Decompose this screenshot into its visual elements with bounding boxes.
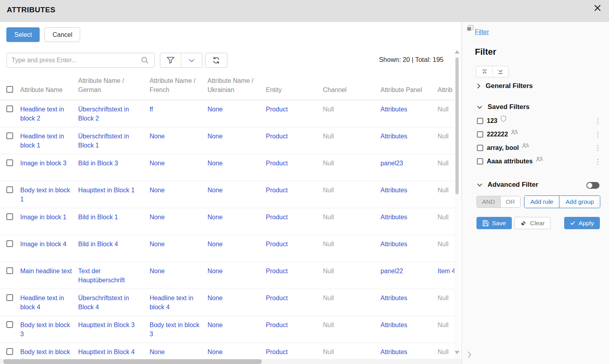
cell-name-ukrainian[interactable]: None bbox=[207, 214, 223, 220]
cell-entity[interactable]: Product bbox=[266, 214, 288, 220]
row-checkbox[interactable] bbox=[6, 186, 13, 193]
select-button[interactable]: Select bbox=[6, 27, 40, 42]
cell-name-german[interactable]: Überschriftstext in Block 2 bbox=[78, 106, 129, 122]
add-rule-button[interactable]: Add rule bbox=[524, 196, 559, 208]
cell-name-german[interactable]: Bild in Block 3 bbox=[78, 160, 118, 167]
column-header-attribute-name-french[interactable]: Attribute Name / French bbox=[150, 75, 207, 100]
cell-name-german[interactable]: Text der Hauptüberschrift bbox=[78, 268, 125, 284]
clear-button[interactable]: Clear bbox=[514, 217, 551, 229]
cell-attribute-panel[interactable]: Attributes bbox=[380, 295, 407, 301]
scroll-up-arrow-icon[interactable] bbox=[455, 50, 459, 54]
cell-name-french[interactable]: Body text in block 3 bbox=[150, 322, 199, 337]
expand-all-icon[interactable] bbox=[492, 66, 508, 77]
search-input[interactable] bbox=[7, 57, 135, 64]
saved-filters-section[interactable]: Saved Filters bbox=[477, 103, 530, 111]
cell-entity[interactable]: Product bbox=[266, 322, 288, 328]
cell-name-ukrainian[interactable]: None bbox=[207, 160, 223, 167]
column-header-attribute-panel[interactable]: Attribute Panel bbox=[380, 75, 438, 100]
or-button[interactable]: OR bbox=[500, 196, 520, 207]
cancel-button[interactable]: Cancel bbox=[44, 27, 80, 42]
refresh-icon[interactable] bbox=[205, 53, 227, 68]
row-checkbox[interactable] bbox=[6, 159, 13, 166]
cell-name-german[interactable]: Haupttext in Block 1 bbox=[78, 187, 134, 193]
cell-attribute-panel[interactable]: Attributes bbox=[380, 106, 407, 113]
cell-name-ukrainian[interactable]: None bbox=[207, 349, 223, 355]
cell-attribute-panel[interactable]: Attributes bbox=[380, 214, 407, 220]
cell-name-ukrainian[interactable]: None bbox=[207, 241, 223, 247]
cell-entity[interactable]: Product bbox=[266, 295, 288, 301]
cell-entity[interactable]: Product bbox=[266, 160, 288, 167]
saved-filter-checkbox[interactable] bbox=[477, 158, 483, 165]
row-checkbox[interactable] bbox=[6, 105, 13, 112]
funnel-icon[interactable] bbox=[160, 53, 181, 67]
cell-attribute-name[interactable]: Image in block 1 bbox=[20, 214, 67, 220]
cell-name-ukrainian[interactable]: None bbox=[207, 133, 223, 140]
cell-attribute-panel[interactable]: Attributes bbox=[380, 187, 407, 193]
chevron-down-icon[interactable] bbox=[181, 53, 202, 67]
cell-attribute-panel[interactable]: panel22 bbox=[380, 268, 403, 274]
cell-attribute-name[interactable]: Body text in block 4 bbox=[20, 349, 70, 359]
vertical-scrollbar-thumb[interactable] bbox=[455, 57, 459, 194]
advanced-filter-toggle[interactable] bbox=[586, 182, 599, 189]
collapse-all-icon[interactable] bbox=[476, 66, 492, 77]
close-icon[interactable] bbox=[591, 2, 604, 15]
column-header-entity[interactable]: Entity bbox=[266, 75, 323, 100]
search-icon[interactable] bbox=[135, 53, 154, 67]
cell-name-ukrainian[interactable]: None bbox=[207, 268, 223, 274]
cell-entity[interactable]: Product bbox=[266, 133, 288, 140]
cell-name-french[interactable]: None bbox=[150, 187, 165, 193]
apply-button[interactable]: Apply bbox=[564, 217, 600, 229]
row-checkbox[interactable] bbox=[6, 213, 13, 220]
cell-name-german[interactable]: Überschriftstext in Block 4 bbox=[78, 295, 129, 310]
row-checkbox[interactable] bbox=[6, 321, 13, 328]
select-all-checkbox[interactable] bbox=[6, 86, 13, 93]
cell-name-german[interactable]: Überschriftstext in Block 1 bbox=[78, 133, 129, 149]
save-button[interactable]: Save bbox=[476, 217, 512, 229]
kebab-menu-icon[interactable]: ⋮ bbox=[592, 157, 603, 166]
cell-attribute-name[interactable]: Main headline text bbox=[20, 268, 72, 274]
cell-name-french[interactable]: ff bbox=[150, 106, 153, 113]
cell-entity[interactable]: Product bbox=[266, 241, 288, 247]
cell-attribute-panel[interactable]: Attributes bbox=[380, 349, 407, 355]
column-header-attrib[interactable]: Attrib bbox=[438, 75, 454, 100]
scroll-down-arrow-icon[interactable] bbox=[455, 351, 459, 354]
kebab-menu-icon[interactable]: ⋮ bbox=[592, 130, 603, 139]
add-group-button[interactable]: Add group bbox=[559, 196, 600, 208]
cell-name-german[interactable]: Bild in Block 1 bbox=[78, 214, 118, 220]
cell-name-french[interactable]: None bbox=[150, 133, 165, 140]
cell-name-ukrainian[interactable]: None bbox=[207, 187, 223, 193]
saved-filter-checkbox[interactable] bbox=[477, 145, 483, 151]
cell-name-french[interactable]: Headline text in block 4 bbox=[150, 295, 193, 310]
column-header-attribute-name-german[interactable]: Attribute Name / German bbox=[78, 75, 150, 100]
horizontal-scrollbar[interactable] bbox=[0, 359, 461, 364]
cell-name-french[interactable]: None bbox=[150, 268, 165, 274]
cell-name-ukrainian[interactable]: None bbox=[207, 322, 223, 328]
kebab-menu-icon[interactable]: ⋮ bbox=[592, 117, 603, 125]
cell-entity[interactable]: Product bbox=[266, 349, 288, 355]
cell-attribute-name[interactable]: Image in block 3 bbox=[20, 160, 67, 167]
and-button[interactable]: AND bbox=[477, 196, 500, 207]
cell-name-french[interactable]: None bbox=[150, 241, 165, 247]
column-header-channel[interactable]: Channel bbox=[323, 75, 380, 100]
cell-name-german[interactable]: Haupttext in Block 4 bbox=[78, 349, 134, 355]
vertical-scrollbar[interactable] bbox=[454, 50, 460, 359]
cell-name-german[interactable]: Haupttext in Block 3 bbox=[78, 322, 134, 328]
general-filters-section[interactable]: General Filters bbox=[477, 82, 533, 90]
cell-name-french[interactable]: None bbox=[150, 214, 165, 220]
cell-attribute-name[interactable]: Headline text in block 2 bbox=[20, 106, 64, 122]
row-checkbox[interactable] bbox=[6, 294, 13, 301]
filter-panel-link[interactable]: Filter bbox=[475, 29, 489, 36]
row-checkbox[interactable] bbox=[6, 240, 13, 247]
sidebar-expand-icon[interactable] bbox=[466, 349, 473, 361]
cell-attribute-name[interactable]: Body text in block 1 bbox=[20, 187, 70, 203]
cell-entity[interactable]: Product bbox=[266, 268, 288, 274]
column-header-attribute-name-ukrainian[interactable]: Attribute Name / Ukrainian bbox=[207, 75, 266, 100]
horizontal-scrollbar-thumb[interactable] bbox=[3, 359, 262, 364]
cell-name-german[interactable]: Bild in Block 4 bbox=[78, 241, 118, 247]
cell-entity[interactable]: Product bbox=[266, 187, 288, 193]
cell-attribute-name[interactable]: Headline text in block 4 bbox=[20, 295, 64, 310]
cell-attribute-name[interactable]: Image in block 4 bbox=[20, 241, 67, 247]
cell-attribute-name[interactable]: Headline text in block 1 bbox=[20, 133, 64, 149]
cell-attribute-panel[interactable]: Attributes bbox=[380, 241, 407, 247]
cell-attribute-name[interactable]: Body text in block 3 bbox=[20, 322, 70, 337]
